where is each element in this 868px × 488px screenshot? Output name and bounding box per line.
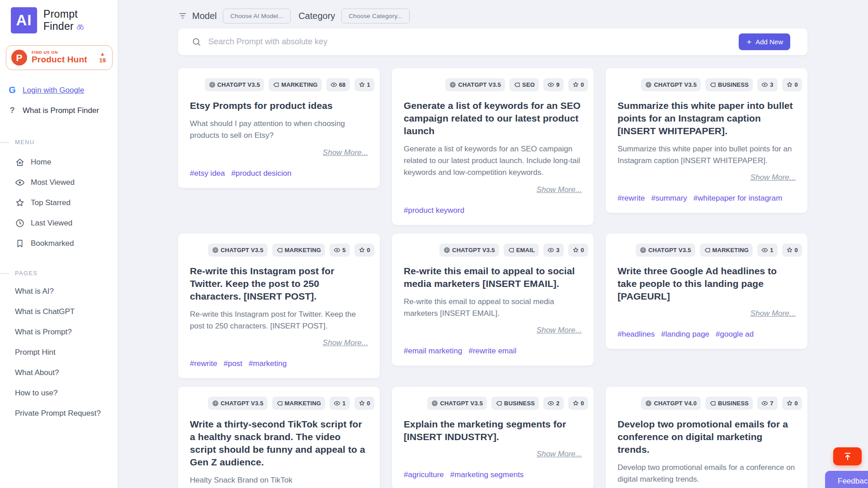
model-badge[interactable]: CHATGPT V3.5 bbox=[427, 397, 487, 410]
prompt-card[interactable]: CHATGPT V3.5MARKETING10Write a thirty-se… bbox=[178, 387, 380, 488]
tag-link[interactable]: #agriculture bbox=[404, 470, 444, 479]
page-link-what-is-ai[interactable]: What is AI? bbox=[0, 281, 118, 301]
category-badge[interactable]: BUSINESS bbox=[491, 397, 539, 410]
prompt-card[interactable]: CHATGPT V4.0BUSINESS70Develop two promot… bbox=[606, 387, 807, 488]
category-badge[interactable]: MARKETING bbox=[272, 244, 326, 257]
bookmark-icon bbox=[15, 239, 25, 249]
model-badge[interactable]: CHATGPT V3.5 bbox=[439, 244, 499, 257]
eye-icon bbox=[547, 247, 554, 253]
show-more-row: Show More... bbox=[618, 173, 796, 182]
scroll-to-top-button[interactable] bbox=[833, 447, 862, 465]
tag-link[interactable]: #rewrite email bbox=[468, 347, 516, 356]
tag-link[interactable]: #marketing segments bbox=[450, 470, 524, 479]
stars-badge[interactable]: 0 bbox=[782, 78, 802, 91]
what-is-prompt-finder-link[interactable]: What is Prompt Finder bbox=[23, 106, 99, 115]
show-more-link[interactable]: Show More... bbox=[323, 338, 368, 347]
category-badge-value: MARKETING bbox=[285, 400, 321, 406]
stars-badge[interactable]: 0 bbox=[782, 397, 802, 410]
prompt-title: Develop two promotional emails for a con… bbox=[618, 418, 797, 456]
page-link-what-is-prompt[interactable]: What is Prompt? bbox=[0, 322, 118, 342]
sidebar-item-most-viewed[interactable]: Most Viewed bbox=[0, 172, 118, 192]
logo[interactable]: AI Prompt Finder bbox=[11, 7, 118, 33]
prompt-card[interactable]: CHATGPT V3.5EMAIL30Re-write this email t… bbox=[392, 234, 594, 366]
views-badge: 7 bbox=[757, 397, 777, 410]
prompt-card[interactable]: CHATGPT V3.5MARKETING50Re-write this Ins… bbox=[178, 234, 380, 378]
sidebar-item-top-starred[interactable]: Top Starred bbox=[0, 192, 118, 213]
tag-link[interactable]: #rewrite bbox=[190, 359, 217, 368]
search-input[interactable] bbox=[208, 37, 739, 47]
model-badge[interactable]: CHATGPT V4.0 bbox=[641, 397, 701, 410]
add-new-button[interactable]: Add New bbox=[739, 33, 790, 50]
page-link-what-about[interactable]: What About? bbox=[0, 362, 118, 383]
tag-link[interactable]: #post bbox=[223, 359, 242, 368]
show-more-link[interactable]: Show More... bbox=[750, 309, 796, 318]
prompt-card[interactable]: CHATGPT V3.5MARKETING10Write three Googl… bbox=[606, 234, 807, 349]
tag-link[interactable]: #email marketing bbox=[404, 347, 462, 356]
tag-icon bbox=[276, 247, 283, 253]
model-badge-value: CHATGPT V3.5 bbox=[221, 247, 264, 253]
stars-badge[interactable]: 0 bbox=[568, 397, 588, 410]
tag-link[interactable]: #rewrite bbox=[618, 194, 645, 203]
openai-icon bbox=[212, 400, 219, 407]
model-badge[interactable]: CHATGPT V3.5 bbox=[636, 244, 695, 257]
sidebar-item-label: Most Viewed bbox=[31, 178, 75, 187]
tag-link[interactable]: #marketing bbox=[249, 359, 287, 368]
show-more-link[interactable]: Show More... bbox=[537, 326, 582, 334]
stars-badge[interactable]: 0 bbox=[568, 244, 588, 257]
tag-link[interactable]: #landing page bbox=[661, 330, 709, 339]
page-link-what-is-chatgpt[interactable]: What is ChatGPT bbox=[0, 301, 118, 322]
tag-list: #rewrite#post#marketing bbox=[190, 359, 369, 368]
model-badge[interactable]: CHATGPT V3.5 bbox=[445, 78, 505, 91]
category-badge[interactable]: SEO bbox=[509, 78, 539, 91]
sidebar-item-home[interactable]: Home bbox=[0, 152, 118, 172]
category-badge[interactable]: BUSINESS bbox=[705, 78, 753, 91]
page-link-how-to-use[interactable]: How to use? bbox=[0, 383, 118, 403]
tag-link[interactable]: #product desicion bbox=[231, 169, 292, 178]
category-badge[interactable]: MARKETING bbox=[269, 78, 322, 91]
stars-badge[interactable]: 0 bbox=[568, 78, 588, 91]
search-bar: Add New bbox=[178, 28, 807, 55]
prompt-description: Re-write this Instagram post for Twitter… bbox=[190, 309, 369, 333]
tag-icon bbox=[709, 81, 716, 88]
page-link-private-prompt-request[interactable]: Private Prompt Request? bbox=[0, 403, 118, 423]
category-badge[interactable]: EMAIL bbox=[504, 244, 539, 257]
sidebar-item-label: Top Starred bbox=[31, 198, 71, 207]
prompt-card[interactable]: CHATGPT V3.5BUSINESS30Summarize this whi… bbox=[606, 68, 807, 213]
stars-badge[interactable]: 0 bbox=[354, 244, 374, 257]
tag-link[interactable]: #google ad bbox=[716, 330, 754, 339]
model-badge[interactable]: CHATGPT V3.5 bbox=[205, 78, 264, 91]
tag-link[interactable]: #whitepaper for instagram bbox=[693, 194, 783, 203]
tag-link[interactable]: #summary bbox=[651, 194, 687, 203]
show-more-link[interactable]: Show More... bbox=[537, 450, 582, 458]
logo-title-line1: Prompt bbox=[43, 8, 78, 20]
prompt-card[interactable]: CHATGPT V3.5SEO90Generate a list of keyw… bbox=[392, 68, 594, 225]
product-hunt-badge[interactable]: P FIND US ON Product Hunt ▲ 19 bbox=[6, 45, 113, 70]
category-badge[interactable]: MARKETING bbox=[700, 244, 753, 257]
model-select[interactable]: Choose AI Model... bbox=[223, 9, 291, 23]
tag-link[interactable]: #headlines bbox=[618, 330, 655, 339]
model-badge[interactable]: CHATGPT V3.5 bbox=[208, 244, 268, 257]
category-select[interactable]: Choose Category... bbox=[341, 9, 410, 23]
category-badge[interactable]: BUSINESS bbox=[705, 397, 753, 410]
show-more-link[interactable]: Show More... bbox=[537, 185, 582, 194]
page-link-prompt-hint[interactable]: Prompt Hint bbox=[0, 342, 118, 362]
category-badge[interactable]: MARKETING bbox=[272, 397, 326, 410]
tag-link[interactable]: #product keyword bbox=[404, 206, 464, 215]
show-more-link[interactable]: Show More... bbox=[323, 148, 368, 157]
sidebar-item-bookmarked[interactable]: Bookmarked bbox=[0, 233, 118, 253]
stars-badge[interactable]: 0 bbox=[354, 397, 374, 410]
logo-title: Prompt Finder bbox=[43, 8, 85, 33]
tag-link[interactable]: #etsy idea bbox=[190, 169, 225, 178]
show-more-link[interactable]: Show More... bbox=[750, 173, 796, 182]
model-badge[interactable]: CHATGPT V3.5 bbox=[641, 78, 701, 91]
login-with-google-link[interactable]: Login with Google bbox=[23, 86, 84, 95]
sidebar-item-last-viewed[interactable]: Last Viewed bbox=[0, 213, 118, 233]
views-badge: 3 bbox=[757, 78, 777, 91]
model-badge[interactable]: CHATGPT V3.5 bbox=[208, 397, 268, 410]
stars-badge[interactable]: 1 bbox=[354, 78, 374, 91]
model-badge-value: CHATGPT V3.5 bbox=[440, 400, 483, 406]
prompt-card[interactable]: CHATGPT V3.5BUSINESS20Explain the market… bbox=[392, 387, 594, 488]
stars-badge[interactable]: 0 bbox=[782, 244, 802, 257]
feedback-button[interactable]: Feedback bbox=[825, 471, 868, 488]
prompt-card[interactable]: CHATGPT V3.5MARKETING681Etsy Prompts for… bbox=[178, 68, 380, 188]
